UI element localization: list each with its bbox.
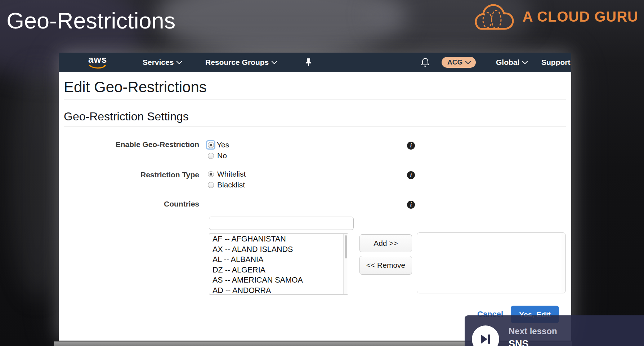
aws-logo-text: aws: [88, 55, 107, 64]
info-icon[interactable]: i: [407, 171, 415, 179]
radio-button[interactable]: [208, 153, 214, 159]
chevron-down-icon: [465, 59, 471, 65]
nav-support[interactable]: Support: [541, 58, 570, 67]
next-lesson-overlay[interactable]: Next lesson SNS: [465, 315, 644, 346]
pin-button[interactable]: [305, 58, 312, 67]
notifications-bell-icon: [421, 58, 430, 67]
available-countries-list[interactable]: AF -- AFGHANISTANAX -- ALAND ISLANDSAL -…: [209, 234, 348, 294]
restriction-type-label: Restriction Type: [59, 170, 199, 179]
country-option[interactable]: AL -- ALBANIA: [209, 254, 348, 265]
aws-logo[interactable]: aws: [88, 55, 107, 71]
aws-console-window: aws Services Resource Groups: [59, 53, 571, 341]
next-lesson-label: Next lesson: [509, 326, 557, 336]
video-frame: Geo-Restrictions A CLOUD GURU aws Servic…: [0, 0, 644, 346]
aws-navbar: aws Services Resource Groups: [59, 53, 571, 72]
chevron-down-icon: [272, 59, 277, 65]
radio-button-checked[interactable]: [208, 171, 214, 177]
brand-name: A CLOUD GURU: [522, 9, 638, 25]
pin-icon: [305, 58, 312, 67]
divider: [64, 127, 566, 127]
account-menu[interactable]: ACG: [442, 57, 476, 68]
radio-type-whitelist[interactable]: Whitelist: [208, 169, 246, 179]
country-option[interactable]: AD -- ANDORRA: [209, 285, 348, 295]
countries-label: Countries: [59, 200, 199, 208]
nav-support-label: Support: [541, 58, 570, 67]
nav-resource-groups-label: Resource Groups: [205, 58, 269, 67]
enable-geo-restriction-label: Enable Geo-Restriction: [59, 140, 199, 149]
aws-smile-icon: [89, 65, 107, 69]
radio-enable-no-label: No: [217, 151, 227, 160]
section-title: Geo-Restriction Settings: [64, 111, 189, 122]
radio-type-whitelist-label: Whitelist: [217, 170, 246, 178]
region-menu[interactable]: Global: [496, 58, 527, 67]
country-option[interactable]: AF -- AFGHANISTAN: [209, 234, 348, 244]
chevron-down-icon: [176, 59, 182, 65]
notifications-button[interactable]: [421, 58, 430, 67]
nav-services[interactable]: Services: [143, 58, 181, 67]
radio-enable-yes-label: Yes: [217, 141, 229, 149]
skip-next-button[interactable]: [472, 325, 499, 346]
radio-type-blacklist-label: Blacklist: [217, 181, 245, 189]
next-lesson-title: SNS: [509, 338, 529, 346]
skip-next-icon: [479, 333, 492, 345]
background-blur: [10, 65, 64, 299]
cloud-logo-icon: [470, 1, 516, 32]
radio-button-checked[interactable]: [208, 142, 214, 148]
chevron-down-icon: [522, 59, 528, 65]
remove-button[interactable]: << Remove: [359, 256, 412, 275]
page-title: Edit Geo-Restrictions: [64, 80, 207, 95]
lesson-title: Geo-Restrictions: [6, 9, 175, 32]
account-menu-label: ACG: [447, 58, 462, 66]
radio-enable-yes[interactable]: Yes: [206, 140, 229, 150]
selected-countries-list[interactable]: [417, 232, 566, 293]
brand-logo: A CLOUD GURU: [470, 1, 638, 32]
divider: [64, 99, 566, 99]
radio-focus-ring: [206, 140, 215, 150]
scrollbar-track[interactable]: [343, 234, 348, 294]
scrollbar-track: [561, 233, 565, 293]
info-icon[interactable]: i: [407, 142, 415, 150]
country-search-input[interactable]: [209, 217, 354, 230]
country-option[interactable]: DZ -- ALGERIA: [209, 265, 348, 275]
scrollbar-thumb[interactable]: [345, 235, 347, 258]
radio-enable-no[interactable]: No: [208, 151, 227, 160]
nav-services-label: Services: [143, 58, 174, 67]
radio-button[interactable]: [208, 182, 214, 188]
info-icon[interactable]: i: [407, 201, 415, 209]
nav-resource-groups[interactable]: Resource Groups: [205, 58, 276, 67]
country-option[interactable]: AS -- AMERICAN SAMOA: [209, 275, 348, 285]
radio-type-blacklist[interactable]: Blacklist: [208, 180, 245, 190]
add-button[interactable]: Add >>: [359, 234, 412, 252]
country-option[interactable]: AX -- ALAND ISLANDS: [209, 244, 348, 255]
region-menu-label: Global: [496, 58, 519, 67]
